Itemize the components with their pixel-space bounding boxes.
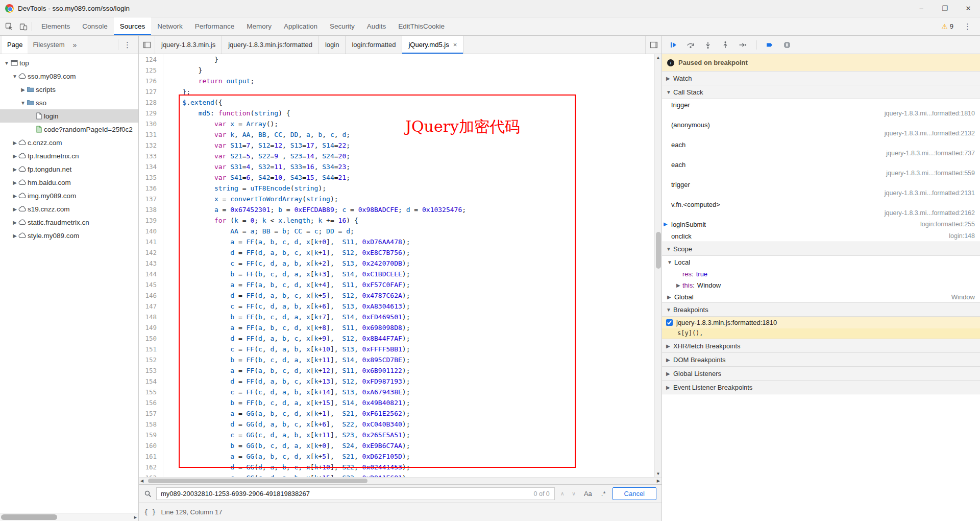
editor-tab-login[interactable]: login: [319, 36, 346, 54]
navigator-tab-page[interactable]: Page: [2, 36, 28, 54]
scope-local-header[interactable]: ▼ Local: [662, 256, 980, 268]
line-number[interactable]: 155: [139, 387, 163, 397]
step-icon[interactable]: [739, 41, 747, 49]
step-into-icon[interactable]: [704, 41, 712, 49]
editor-hscrollbar[interactable]: ◀ ▶: [139, 477, 662, 484]
line-number[interactable]: 154: [139, 376, 163, 387]
tree-item-hm-baidu-com[interactable]: ▶hm.baidu.com: [0, 176, 138, 189]
line-number[interactable]: 145: [139, 279, 163, 290]
line-number[interactable]: 134: [139, 161, 163, 172]
console-warnings-badge[interactable]: ⚠ 9: [937, 22, 958, 31]
code-line[interactable]: 163 c = GG(c, d, a, b, x[k+15], S23, 0xD…: [139, 472, 662, 477]
code-line[interactable]: 144 b = FF(b, c, d, a, x[k+3], S14, 0xC1…: [139, 269, 662, 279]
call-stack-frame[interactable]: ▶loginSubmitlogin:formatted:255: [662, 219, 980, 230]
code-text[interactable]: a = 0x67452301; b = 0xEFCDAB89; c = 0x98…: [163, 204, 466, 215]
code-text[interactable]: b = FF(b, c, d, a, x[k+15], S14, 0x49B40…: [163, 397, 410, 408]
line-number[interactable]: 133: [139, 151, 163, 161]
code-line[interactable]: 129 md5: function(string) {: [139, 108, 662, 119]
code-line[interactable]: 139 for (k = 0; k < x.length; k += 16) {: [139, 215, 662, 226]
code-line[interactable]: 135 var S41=6, S42=10, S43=15, S44=21;: [139, 172, 662, 183]
breakpoint-entry[interactable]: jquery-1.8.3.min.js:formatted:1810s[y]()…: [662, 317, 980, 339]
code-line[interactable]: 162 d = GG(d, a, b, c, x[k+10], S22, 0x0…: [139, 462, 662, 472]
code-line[interactable]: 133 var S21=5, S22=9 , S23=14, S24=20;: [139, 151, 662, 161]
tree-item-img-my089-com[interactable]: ▶img.my089.com: [0, 189, 138, 202]
code-text[interactable]: c = GG(c, d, a, b, x[k+15], S23, 0xD8A1E…: [163, 472, 410, 477]
code-text[interactable]: for (k = 0; k < x.length; k += 16) {: [163, 215, 358, 226]
code-text[interactable]: }: [163, 54, 218, 65]
line-number[interactable]: 146: [139, 290, 163, 301]
tab-performance[interactable]: Performance: [189, 17, 240, 35]
tab-network[interactable]: Network: [151, 17, 189, 35]
code-line[interactable]: 137 x = convertToWordArray(string);: [139, 194, 662, 204]
code-text[interactable]: var S31=4, S32=11, S33=16, S34=23;: [163, 161, 350, 172]
code-line[interactable]: 143 c = FF(c, d, a, b, x[k+2], S13, 0x24…: [139, 258, 662, 269]
cancel-button[interactable]: Cancel: [612, 487, 656, 500]
code-text[interactable]: md5: function(string) {: [163, 108, 290, 119]
chevron-right-icon[interactable]: ▶: [676, 282, 682, 288]
code-text[interactable]: b = GG(b, c, d, a, x[k+0], S24, 0xE9B6C7…: [163, 440, 410, 451]
maximize-button[interactable]: ❐: [933, 0, 957, 17]
code-line[interactable]: 130 var x = Array();: [139, 119, 662, 129]
tree-item-fp-tongdun-net[interactable]: ▶fp.tongdun.net: [0, 162, 138, 176]
line-number[interactable]: 159: [139, 430, 163, 440]
close-button[interactable]: ✕: [957, 0, 980, 17]
line-number[interactable]: 131: [139, 129, 163, 140]
tab-sources[interactable]: Sources: [114, 17, 152, 35]
section-event-listener-breakpoints[interactable]: ▶Event Listener Breakpoints: [662, 380, 980, 394]
search-previous-button[interactable]: ∧: [559, 490, 566, 497]
line-number[interactable]: 125: [139, 65, 163, 76]
call-stack-frame[interactable]: v.fn.<computed>jquery-1.8.3.mi...formatt…: [662, 199, 980, 219]
code-text[interactable]: AA = a; BB = b; CC = c; DD = d;: [163, 226, 354, 236]
tree-item-top[interactable]: ▼top: [0, 56, 138, 69]
scrollbar-thumb[interactable]: [1, 514, 57, 520]
line-number[interactable]: 132: [139, 140, 163, 151]
tab-memory[interactable]: Memory: [240, 17, 278, 35]
code-text[interactable]: d = FF(d, a, b, c, x[k+9], S12, 0x8B44F7…: [163, 333, 410, 344]
line-number[interactable]: 160: [139, 440, 163, 451]
code-text[interactable]: };: [163, 86, 190, 97]
code-text[interactable]: }: [163, 65, 202, 76]
code-line[interactable]: 151 c = FF(c, d, a, b, x[k+10], S13, 0xF…: [139, 344, 662, 354]
navigator-menu-icon[interactable]: ⋮: [118, 39, 136, 50]
breakpoint-checkbox[interactable]: [666, 319, 673, 326]
device-toolbar-icon[interactable]: [16, 20, 31, 33]
scroll-left-arrow-icon[interactable]: ◀: [140, 479, 143, 483]
code-text[interactable]: var S21=5, S22=9 , S23=14, S24=20;: [163, 151, 350, 161]
tree-item-s19-cnzz-com[interactable]: ▶s19.cnzz.com: [0, 202, 138, 216]
code-text[interactable]: x = convertToWordArray(string);: [163, 194, 338, 204]
code-line[interactable]: 146 d = FF(d, a, b, c, x[k+5], S12, 0x47…: [139, 290, 662, 301]
line-number[interactable]: 150: [139, 333, 163, 344]
code-line[interactable]: 127 };: [139, 86, 662, 97]
search-input[interactable]: [156, 487, 555, 500]
editor-tab-jquery-1-8-3-min-js[interactable]: jquery-1.8.3.min.js: [155, 36, 222, 54]
code-line[interactable]: 124 }: [139, 54, 662, 65]
code-text[interactable]: string = uTF8Encode(string);: [163, 183, 326, 194]
editor-vscrollbar[interactable]: ▲ ▼: [654, 54, 662, 477]
code-text[interactable]: var S11=7, S12=12, S13=17, S14=22;: [163, 140, 350, 151]
pretty-print-icon[interactable]: { }: [144, 508, 156, 516]
line-number[interactable]: 147: [139, 301, 163, 312]
tree-item-code-randompageid-25f0c2[interactable]: code?randomPageId=25f0c2: [0, 123, 138, 136]
code-line[interactable]: 157 a = GG(a, b, c, d, x[k+1], S21, 0xF6…: [139, 408, 662, 419]
tree-item-static-fraudmetrix-cn[interactable]: ▶static.fraudmetrix.cn: [0, 216, 138, 229]
breakpoint-snippet[interactable]: s[y](),: [662, 328, 980, 339]
line-number[interactable]: 162: [139, 462, 163, 472]
line-number[interactable]: 157: [139, 408, 163, 419]
line-number[interactable]: 152: [139, 354, 163, 365]
scroll-down-arrow-icon[interactable]: ▼: [655, 471, 662, 476]
code-line[interactable]: 131 var k, AA, BB, CC, DD, a, b, c, d;: [139, 129, 662, 140]
code-line[interactable]: 158 d = GG(d, a, b, c, x[k+6], S22, 0xC0…: [139, 419, 662, 430]
tab-audits[interactable]: Audits: [361, 17, 393, 35]
code-text[interactable]: d = GG(d, a, b, c, x[k+10], S22, 0x02441…: [163, 462, 410, 472]
tab-editthiscookie[interactable]: EditThisCookie: [392, 17, 451, 35]
scope-global-row[interactable]: ▶ Global Window: [662, 291, 980, 303]
line-number[interactable]: 143: [139, 258, 163, 269]
navigator-toggle-icon[interactable]: [139, 36, 155, 54]
code-line[interactable]: 125 }: [139, 65, 662, 76]
line-number[interactable]: 156: [139, 397, 163, 408]
code-line[interactable]: 153 a = FF(a, b, c, d, x[k+12], S11, 0x6…: [139, 365, 662, 376]
more-tabs-icon[interactable]: »: [70, 41, 80, 49]
scroll-right-arrow-icon[interactable]: ▶: [657, 479, 660, 483]
code-line[interactable]: 141 a = FF(a, b, c, d, x[k+0], S11, 0xD7…: [139, 236, 662, 247]
line-number[interactable]: 161: [139, 451, 163, 462]
